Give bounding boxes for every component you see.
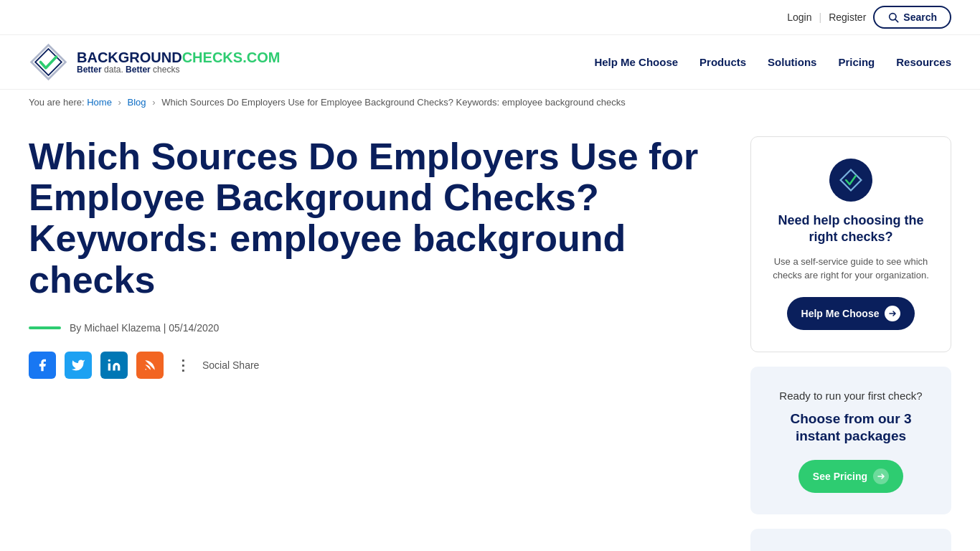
breadcrumb-blog[interactable]: Blog — [128, 97, 146, 108]
nav-help-me-choose[interactable]: Help Me Choose — [594, 56, 678, 68]
search-button[interactable]: Search — [873, 6, 951, 29]
arrow-circle-icon — [885, 306, 900, 321]
breadcrumb-home[interactable]: Home — [87, 97, 112, 108]
breadcrumb-sep2: › — [152, 97, 155, 108]
register-link[interactable]: Register — [829, 11, 866, 23]
article-title: Which Sources Do Employers Use for Emplo… — [29, 136, 722, 301]
logo-area: BACKGROUNDCHECKS.COM Better data. Better… — [29, 42, 280, 82]
sidebar: Need help choosing the right checks? Use… — [750, 136, 951, 551]
nav-products[interactable]: Products — [699, 56, 746, 68]
sidebar-card-pricing: Ready to run your first check? Choose fr… — [750, 367, 951, 514]
divider: | — [819, 11, 822, 23]
see-pricing-button[interactable]: See Pricing — [798, 460, 903, 493]
rss-icon — [143, 358, 157, 372]
author-line: By Michael Klazema | 05/14/2020 — [29, 322, 722, 334]
card2-heading-bold: Choose from our 3 instant packages — [768, 410, 933, 446]
svg-line-1 — [895, 19, 898, 22]
social-more-button[interactable]: ⋮ — [172, 354, 194, 376]
sidebar-card-help: Need help choosing the right checks? Use… — [750, 136, 951, 352]
top-bar: Login | Register Search — [0, 0, 980, 35]
social-share-row: ⋮ Social Share — [29, 352, 722, 379]
main-header: BACKGROUNDCHECKS.COM Better data. Better… — [0, 35, 980, 90]
svg-marker-2 — [32, 45, 66, 80]
article-main: Which Sources Do Employers Use for Emplo… — [29, 136, 722, 551]
card-icon-help — [829, 159, 872, 202]
nav-pricing[interactable]: Pricing — [838, 56, 875, 68]
content-wrapper: Which Sources Do Employers Use for Emplo… — [0, 115, 980, 551]
rss-share-button[interactable] — [136, 352, 164, 379]
breadcrumb: You are here: Home › Blog › Which Source… — [0, 90, 980, 115]
nav-resources[interactable]: Resources — [896, 56, 951, 68]
breadcrumb-prefix: You are here: — [29, 97, 85, 108]
diamond-check-icon — [839, 168, 863, 192]
card2-heading-light: Ready to run your first check? — [768, 388, 933, 403]
facebook-icon — [35, 358, 50, 372]
logo-icon — [29, 42, 68, 82]
login-link[interactable]: Login — [787, 11, 811, 23]
linkedin-share-button[interactable] — [100, 352, 128, 379]
facebook-share-button[interactable] — [29, 352, 56, 379]
svg-point-5 — [145, 369, 146, 370]
svg-marker-6 — [841, 170, 862, 191]
main-nav: Help Me Choose Products Solutions Pricin… — [594, 56, 951, 68]
card1-desc: Use a self-service guide to see which ch… — [769, 255, 933, 283]
arrow-circle-pricing-icon — [873, 468, 889, 484]
nav-solutions[interactable]: Solutions — [768, 56, 816, 68]
arrow-right-icon — [888, 309, 897, 318]
card1-heading: Need help choosing the right checks? — [769, 212, 933, 246]
sidebar-card-report: Get your report instantly — [750, 529, 951, 551]
search-icon — [887, 11, 899, 23]
logo-text: BACKGROUNDCHECKS.COM Better data. Better… — [77, 50, 280, 75]
twitter-icon — [71, 358, 85, 372]
linkedin-icon — [107, 358, 121, 372]
author-bar — [29, 326, 61, 329]
breadcrumb-current: Which Sources Do Employers Use for Emplo… — [161, 97, 626, 108]
breadcrumb-sep1: › — [118, 97, 121, 108]
twitter-share-button[interactable] — [65, 352, 92, 379]
svg-point-4 — [108, 359, 110, 361]
help-me-choose-button[interactable]: Help Me Choose — [787, 297, 915, 330]
logo-tagline: Better data. Better checks — [77, 65, 280, 75]
social-share-label: Social Share — [202, 359, 259, 371]
author-text: By Michael Klazema | 05/14/2020 — [70, 322, 219, 334]
arrow-right-pricing-icon — [877, 472, 885, 481]
logo-brand: BACKGROUNDCHECKS.COM — [77, 50, 280, 65]
